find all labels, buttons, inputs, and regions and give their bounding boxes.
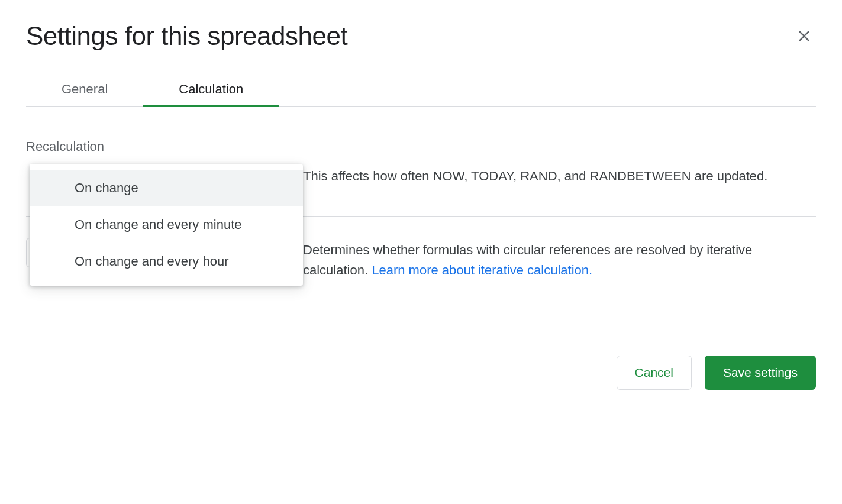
close-button[interactable] [792,24,816,48]
close-icon [796,28,812,44]
recalculation-dropdown: On change On change and every minute On … [30,164,303,286]
cancel-button[interactable]: Cancel [617,356,692,390]
recalculation-label: Recalculation [26,138,816,154]
iterative-description: Determines whether formulas with circula… [303,238,816,280]
iterative-learn-more-link[interactable]: Learn more about iterative calculation. [372,263,592,277]
dialog-footer: Cancel Save settings [26,356,816,390]
recalc-option-on-change[interactable]: On change [30,170,303,206]
recalculation-section: Recalculation On change On change and ev… [26,138,816,217]
dialog-header: Settings for this spreadsheet [26,21,816,51]
tab-general[interactable]: General [26,73,143,106]
tabs: General Calculation [26,73,816,107]
recalc-option-every-hour[interactable]: On change and every hour [30,243,303,280]
recalculation-description: This affects how often NOW, TODAY, RAND,… [303,164,816,186]
save-settings-button[interactable]: Save settings [705,356,816,390]
recalc-option-every-minute[interactable]: On change and every minute [30,206,303,243]
tab-calculation[interactable]: Calculation [143,73,279,106]
dialog-title: Settings for this spreadsheet [26,21,347,51]
recalculation-body: On change On change and every minute On … [26,164,816,186]
